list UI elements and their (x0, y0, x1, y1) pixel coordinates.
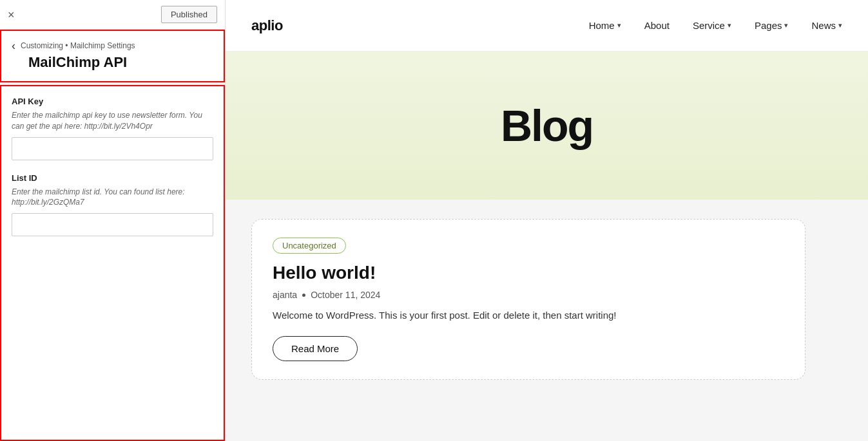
meta-separator (302, 294, 305, 297)
api-key-label: API Key (12, 97, 213, 106)
blog-hero: Blog (226, 52, 868, 200)
header-section: ‹ Customizing • Mailchimp Settings MailC… (0, 30, 225, 82)
chevron-down-icon: ▾ (617, 21, 621, 30)
api-key-description: Enter the mailchimp api key to use newsl… (12, 110, 213, 132)
form-section: API Key Enter the mailchimp api key to u… (0, 85, 225, 441)
breadcrumb-row: ‹ Customizing • Mailchimp Settings (12, 40, 213, 52)
nav-item-about[interactable]: About (644, 20, 670, 31)
published-button[interactable]: Published (161, 6, 217, 23)
chevron-down-icon: ▾ (728, 21, 731, 30)
site-navigation: aplio Home ▾ About Service ▾ Pages ▾ New… (226, 0, 868, 52)
chevron-down-icon: ▾ (838, 21, 842, 30)
customizer-panel: × Published ‹ Customizing • Mailchimp Se… (0, 0, 226, 441)
breadcrumb: Customizing • Mailchimp Settings (21, 41, 135, 50)
api-key-input[interactable] (12, 137, 213, 160)
site-preview: aplio Home ▾ About Service ▾ Pages ▾ New… (226, 0, 868, 441)
back-button[interactable]: ‹ (12, 40, 15, 52)
post-author: ajanta (273, 290, 297, 300)
post-category[interactable]: Uncategorized (273, 238, 346, 254)
nav-item-pages[interactable]: Pages ▾ (755, 20, 789, 31)
blog-hero-title: Blog (501, 100, 593, 151)
nav-item-service[interactable]: Service ▾ (693, 20, 731, 31)
list-id-description: Enter the mailchimp list id. You can fou… (12, 187, 213, 209)
post-excerpt: Welcome to WordPress. This is your first… (273, 308, 784, 323)
nav-item-news[interactable]: News ▾ (811, 20, 842, 31)
chevron-down-icon: ▾ (784, 21, 788, 30)
nav-links: Home ▾ About Service ▾ Pages ▾ News ▾ (589, 20, 842, 31)
close-button[interactable]: × (8, 9, 15, 21)
post-card: Uncategorized Hello world! ajanta Octobe… (251, 219, 805, 380)
top-bar: × Published (0, 0, 225, 30)
read-more-button[interactable]: Read More (273, 336, 358, 361)
post-meta: ajanta October 11, 2024 (273, 290, 784, 300)
post-date: October 11, 2024 (311, 290, 380, 300)
nav-item-home[interactable]: Home ▾ (589, 20, 621, 31)
section-title: MailChimp API (28, 54, 213, 71)
list-id-input[interactable] (12, 213, 213, 236)
site-logo: aplio (251, 17, 283, 34)
list-id-label: List ID (12, 173, 213, 183)
blog-content: Uncategorized Hello world! ajanta Octobe… (226, 200, 868, 441)
post-title: Hello world! (273, 263, 784, 283)
